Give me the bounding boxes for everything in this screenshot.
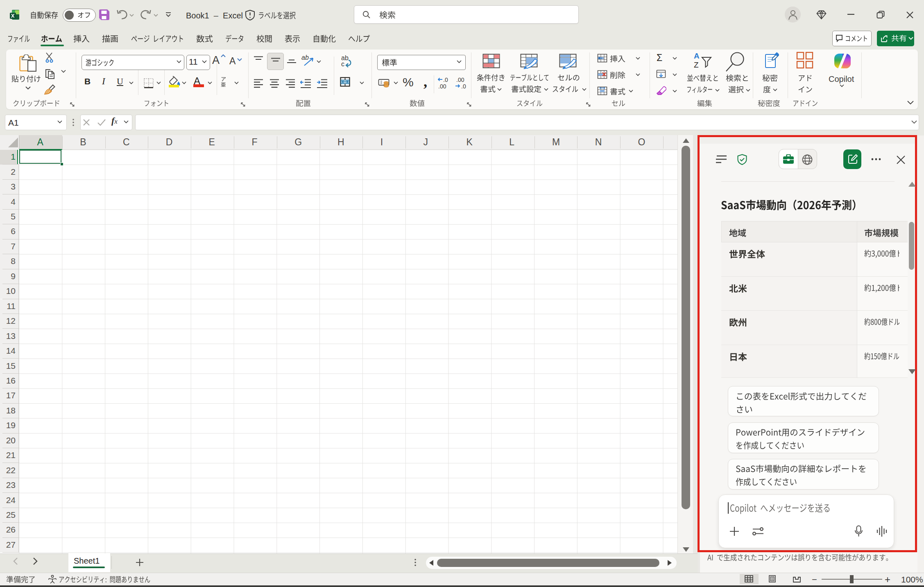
svg-text:.0: .0	[461, 83, 466, 90]
svg-text:.0: .0	[443, 77, 448, 83]
svg-text:.00: .00	[456, 77, 464, 83]
svg-text:.00: .00	[438, 83, 446, 90]
